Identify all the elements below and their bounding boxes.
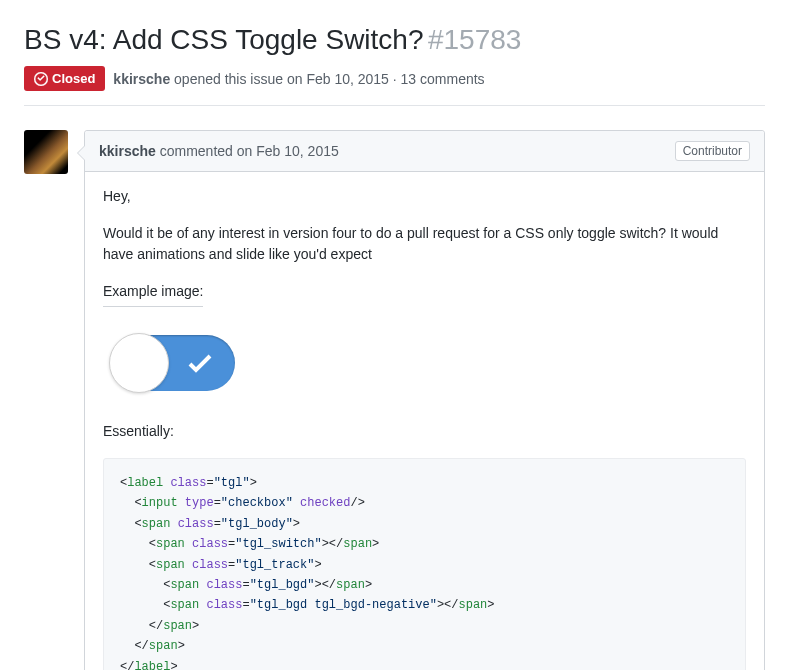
comment-header-left: kkirsche commented on Feb 10, 2015: [99, 143, 339, 159]
toggle-switch: [111, 335, 235, 391]
code-block: <label class="tgl"> <input type="checkbo…: [103, 458, 746, 670]
closed-icon: [34, 72, 48, 86]
comment-container: kkirsche commented on Feb 10, 2015 Contr…: [84, 130, 765, 670]
issue-state-badge: Closed: [24, 66, 105, 91]
essentially-label: Essentially:: [103, 421, 746, 442]
avatar[interactable]: [24, 130, 68, 174]
comments-count: · 13 comments: [389, 71, 485, 87]
issue-meta-row: Closed kkirsche opened this issue on Feb…: [24, 66, 765, 106]
toggle-knob: [109, 333, 169, 393]
issue-title-row: BS v4: Add CSS Toggle Switch? #15783: [24, 24, 765, 56]
comment-action: commented: [156, 143, 237, 159]
opened-date: on Feb 10, 2015: [287, 71, 389, 87]
role-badge: Contributor: [675, 141, 750, 161]
issue-number: #15783: [428, 24, 521, 55]
issue-author-link[interactable]: kkirsche: [113, 71, 170, 87]
greeting-text: Hey,: [103, 186, 746, 207]
comment-header: kkirsche commented on Feb 10, 2015 Contr…: [85, 131, 764, 172]
body-paragraph: Would it be of any interest in version f…: [103, 223, 746, 265]
issue-state-label: Closed: [52, 71, 95, 86]
opened-prefix: opened this issue: [174, 71, 287, 87]
issue-meta-text: kkirsche opened this issue on Feb 10, 20…: [113, 71, 484, 87]
comment-date: on Feb 10, 2015: [237, 143, 339, 159]
comment-body: Hey, Would it be of any interest in vers…: [85, 172, 764, 670]
example-label: Example image:: [103, 281, 203, 307]
issue-title: BS v4: Add CSS Toggle Switch?: [24, 24, 424, 55]
check-icon: [187, 353, 213, 373]
comment-author-link[interactable]: kkirsche: [99, 143, 156, 159]
toggle-example-image: [111, 335, 746, 391]
example-label-wrap: Example image:: [103, 281, 746, 319]
timeline: kkirsche commented on Feb 10, 2015 Contr…: [24, 130, 765, 670]
